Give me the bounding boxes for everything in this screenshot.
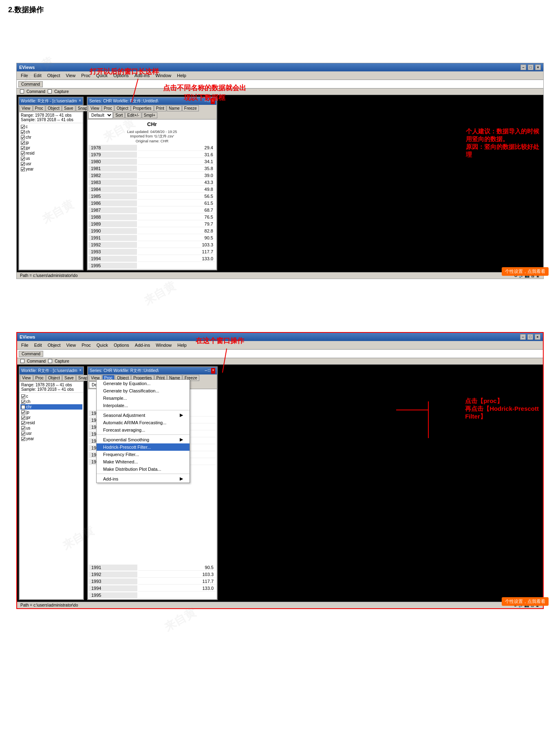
series-smpl-1[interactable]: Smpl+ xyxy=(142,112,158,118)
command-checkbox-2[interactable] xyxy=(20,359,24,363)
capture-btn-1[interactable]: Capture xyxy=(54,89,69,94)
dropdown-hp-filter[interactable]: Hodrick-Prescott Filter... xyxy=(97,443,190,451)
dropdown-dist-plot[interactable]: Make Distribution Plot Data... xyxy=(97,465,190,473)
close-btn-1[interactable]: × xyxy=(535,64,541,70)
status-bar-1: Path = c:\users\administrator\do ⚙ 🔊 📷 🖨… xyxy=(17,272,543,279)
command-btn-1[interactable]: Command xyxy=(26,89,45,94)
table-row: 1993117.7 xyxy=(88,249,216,255)
menu-edit-1[interactable]: Edit xyxy=(31,72,44,79)
series-close-2[interactable]: × xyxy=(211,368,215,374)
series-freeze-1[interactable]: Freeze xyxy=(182,105,199,111)
wf2-item-ch[interactable]: ch xyxy=(20,399,82,404)
series-name-1[interactable]: Name xyxy=(167,105,182,111)
wf-item-resid[interactable]: resid xyxy=(20,151,82,156)
command-checkbox-1[interactable] xyxy=(20,89,24,93)
wf2-item-us[interactable]: us xyxy=(20,425,82,431)
workfile-title-1: Workfile: R文件 - [c:\users\adm × xyxy=(19,97,83,105)
table-row: 1995 xyxy=(88,263,216,269)
menu-object-1[interactable]: Object xyxy=(45,72,63,79)
capture-bar-1: Command Capture xyxy=(17,89,543,95)
table-row: 199190.5 xyxy=(88,235,216,241)
wf-save-2[interactable]: Save xyxy=(62,375,76,381)
menu-addins-2[interactable]: Add-ins xyxy=(132,342,152,348)
dropdown-seasonal[interactable]: Seasonal Adjustment ▶ xyxy=(97,411,190,419)
wf2-item-chr[interactable]: chr xyxy=(20,404,82,410)
dropdown-exp-smooth[interactable]: Exponential Smoothing ▶ xyxy=(97,436,190,443)
capture-checkbox-2[interactable] xyxy=(48,359,52,363)
dropdown-whitened[interactable]: Make Whitened... xyxy=(97,458,190,465)
menu-file-2[interactable]: File xyxy=(19,342,31,348)
dropdown-resample[interactable]: Resample... xyxy=(97,394,190,402)
series-min-2[interactable]: – xyxy=(205,368,207,374)
eviews-titlebar-2: EViews – □ × xyxy=(17,333,543,341)
close-btn-2[interactable]: × xyxy=(535,334,540,340)
menu-proc-2[interactable]: Proc xyxy=(79,342,93,348)
dropdown-forecast-avg[interactable]: Forecast averaging... xyxy=(97,426,190,434)
series-object-1[interactable]: Object xyxy=(115,105,130,111)
wf-item-year[interactable]: year xyxy=(20,166,82,172)
wf2-item-usr[interactable]: usr xyxy=(20,431,82,436)
main-content-1: Workfile: R文件 - [c:\users\adm × View Pro… xyxy=(17,95,543,272)
badge-2[interactable]: 个性设置，点我看看 xyxy=(502,597,549,606)
annotation-top3: 在这个窗口操作 xyxy=(196,336,244,346)
wf-item-usr[interactable]: usr xyxy=(20,161,82,166)
wf-save-1[interactable]: Save xyxy=(62,105,75,111)
series-title-2: Series: CHR Workfile: R文件::Untitled\ – □… xyxy=(88,367,217,374)
wf-object-1[interactable]: Object xyxy=(46,105,62,111)
wf-view-2[interactable]: View xyxy=(20,375,33,381)
dropdown-addins[interactable]: Add-ins ▶ xyxy=(97,475,190,483)
workfile-close-2[interactable]: × xyxy=(79,368,82,374)
wf2-item-resid[interactable]: resid xyxy=(20,420,82,425)
wf-proc-1[interactable]: Proc xyxy=(33,105,46,111)
wf2-item-jp[interactable]: jp xyxy=(20,410,82,415)
series-view-1[interactable]: View xyxy=(88,105,101,111)
minimize-btn-1[interactable]: – xyxy=(520,64,526,70)
wf-proc-2[interactable]: Proc xyxy=(33,375,46,381)
menu-object-2[interactable]: Object xyxy=(45,342,63,348)
menu-help-1[interactable]: Help xyxy=(174,72,189,79)
series-proc-1[interactable]: Proc xyxy=(102,105,115,111)
wf2-item-year[interactable]: year xyxy=(20,436,82,441)
badge-1[interactable]: 个性设置，点我看看 xyxy=(502,267,549,276)
menu-options-2[interactable]: Options xyxy=(111,342,132,348)
wf-view-1[interactable]: View xyxy=(20,105,33,111)
menu-view-1[interactable]: View xyxy=(64,72,78,79)
dropdown-interpolate[interactable]: Interpolate... xyxy=(97,402,190,409)
capture-btn-2[interactable]: Capture xyxy=(55,359,69,363)
wf2-item-c[interactable]: c xyxy=(20,394,82,399)
wf-item-jpr[interactable]: jpr xyxy=(20,145,82,151)
menu-help-2[interactable]: Help xyxy=(175,342,189,348)
maximize-btn-1[interactable]: □ xyxy=(528,64,534,70)
maximize-btn-2[interactable]: □ xyxy=(527,334,533,340)
wf-item-us[interactable]: us xyxy=(20,156,82,161)
workfile-close-1[interactable]: × xyxy=(79,98,81,104)
wf-item-c[interactable]: c xyxy=(20,124,82,129)
workfile-info-2: Range: 1978 2018 -- 41 obs Sample: 1978 … xyxy=(20,382,83,393)
series-sort-1[interactable]: Sort xyxy=(113,112,125,118)
capture-checkbox-1[interactable] xyxy=(48,89,52,93)
menu-window-2[interactable]: Window xyxy=(153,342,174,348)
dropdown-freq-filter[interactable]: Frequency Filter... xyxy=(97,451,190,458)
dropdown-arima[interactable]: Automatic ARIMA Forecasting... xyxy=(97,419,190,426)
menu-edit-2[interactable]: Edit xyxy=(32,342,44,348)
dropdown-generate-class[interactable]: Generate by Classification... xyxy=(97,387,190,394)
series-properties-1[interactable]: Properties xyxy=(131,105,154,111)
menu-file-1[interactable]: File xyxy=(18,72,31,79)
wf-item-chr[interactable]: chr xyxy=(20,135,82,140)
wf-item-ch[interactable]: ch xyxy=(20,129,82,135)
wf2-item-jpr[interactable]: jpr xyxy=(20,415,82,420)
eviews-title-1: EViews xyxy=(19,65,35,70)
dropdown-generate-eq[interactable]: Generate by Equation... xyxy=(97,380,190,387)
workfile-title-2: Workfile: R文件 - [c:\users\adm × xyxy=(20,367,83,374)
menu-quick-2[interactable]: Quick xyxy=(94,342,110,348)
minimize-btn-2[interactable]: – xyxy=(520,334,526,340)
wf-item-jp[interactable]: jp xyxy=(20,140,82,145)
table-row: 199082.8 xyxy=(88,228,216,234)
series-edit-1[interactable]: Edit+/- xyxy=(125,112,141,118)
series-print-1[interactable]: Print xyxy=(154,105,167,111)
series-max-2[interactable]: □ xyxy=(208,368,210,374)
series-default-1[interactable]: Default xyxy=(88,112,113,119)
menu-view-2[interactable]: View xyxy=(64,342,79,348)
command-btn-2[interactable]: Command xyxy=(27,359,46,363)
wf-object-2[interactable]: Object xyxy=(46,375,62,381)
